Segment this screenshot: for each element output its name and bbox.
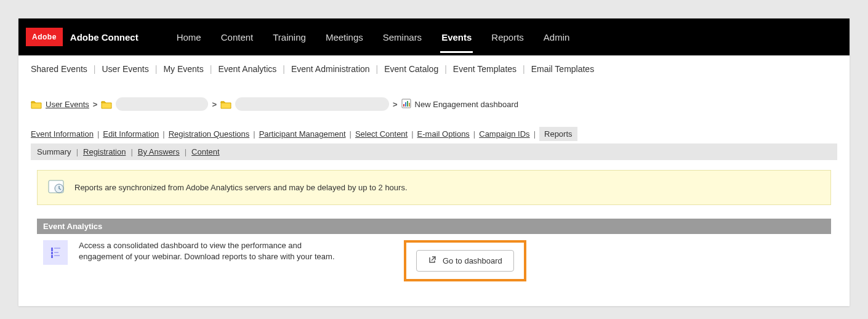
breadcrumb-leaf: New Engagement dashboard (415, 100, 518, 109)
section-description: Access a consolidated dashboard to view … (79, 240, 344, 262)
svg-rect-12 (54, 255, 60, 256)
svg-rect-8 (51, 252, 53, 254)
cta-highlight: Go to dashboard (404, 240, 526, 281)
topnav-home[interactable]: Home (175, 21, 203, 53)
tab-participant-management[interactable]: Participant Management (259, 129, 346, 139)
product-name: Adobe Connect (70, 32, 139, 42)
separator: | (97, 129, 99, 139)
separator: | (523, 64, 525, 74)
breadcrumb-folder-redacted[interactable] (116, 97, 208, 111)
svg-rect-7 (51, 248, 53, 251)
detail-tabs: Event Information | Edit Information | R… (31, 127, 837, 143)
subtab-content[interactable]: Content (191, 147, 220, 156)
folder-icon (31, 100, 42, 109)
topnav-reports[interactable]: Reports (490, 21, 525, 53)
dashboard-icon (401, 99, 411, 110)
analytics-icon (43, 240, 68, 265)
chevron-right-icon: > (212, 100, 217, 109)
top-bar: Adobe Adobe Connect Home Content Trainin… (18, 18, 850, 55)
breadcrumb-event-redacted[interactable] (235, 97, 389, 111)
section-title: Event Analytics (37, 219, 831, 234)
content-area: User Events > > > New Engagement dashboa… (18, 83, 850, 306)
notice-text: Reports are synchronized from Adobe Anal… (74, 183, 408, 192)
subnav-email-templates[interactable]: Email Templates (531, 64, 594, 74)
external-link-icon (428, 256, 436, 266)
subnav-my-events[interactable]: My Events (163, 64, 203, 74)
svg-rect-11 (54, 252, 58, 253)
subtab-summary[interactable]: Summary (37, 147, 71, 156)
separator: | (411, 129, 413, 139)
tab-select-content[interactable]: Select Content (355, 129, 408, 139)
subtab-by-answers[interactable]: By Answers (138, 147, 180, 156)
subnav-event-catalog[interactable]: Event Catalog (384, 64, 438, 74)
topnav-training[interactable]: Training (271, 21, 307, 53)
breadcrumb-user-events[interactable]: User Events (46, 100, 89, 109)
separator: | (444, 64, 447, 74)
adobe-logo: Adobe (26, 28, 63, 46)
separator: | (210, 64, 212, 74)
topnav-meetings[interactable]: Meetings (324, 21, 364, 53)
subnav-user-events[interactable]: User Events (102, 64, 148, 74)
subnav-event-administration[interactable]: Event Administration (291, 64, 370, 74)
topnav-admin[interactable]: Admin (542, 21, 571, 53)
section-body: Access a consolidated dashboard to view … (37, 234, 831, 288)
subnav-event-analytics[interactable]: Event Analytics (218, 64, 276, 74)
subnav-event-templates[interactable]: Event Templates (453, 64, 516, 74)
svg-rect-10 (54, 248, 60, 249)
folder-icon (101, 100, 112, 109)
separator: | (253, 129, 255, 139)
top-nav: Home Content Training Meetings Seminars … (175, 21, 571, 53)
svg-rect-4 (409, 103, 410, 107)
separator: | (155, 64, 158, 74)
tab-event-information[interactable]: Event Information (31, 129, 94, 139)
subtab-registration[interactable]: Registration (83, 147, 126, 156)
report-subtabs: Summary | Registration | By Answers | Co… (31, 143, 837, 160)
chevron-right-icon: > (93, 100, 98, 109)
app-window: Adobe Adobe Connect Home Content Trainin… (18, 18, 850, 306)
sub-nav: Shared Events| User Events| My Events| E… (18, 55, 850, 83)
svg-rect-3 (407, 101, 408, 107)
clock-sync-icon (47, 178, 65, 197)
separator: | (131, 147, 132, 156)
go-to-dashboard-button[interactable]: Go to dashboard (416, 250, 514, 272)
separator: | (185, 147, 187, 156)
subnav-shared-events[interactable]: Shared Events (31, 64, 87, 74)
svg-rect-1 (403, 104, 404, 107)
chevron-right-icon: > (393, 100, 398, 109)
svg-rect-9 (51, 255, 53, 258)
sync-notice: Reports are synchronized from Adobe Anal… (37, 170, 831, 205)
separator: | (473, 129, 475, 139)
folder-icon (220, 100, 231, 109)
tab-email-options[interactable]: E-mail Options (417, 129, 470, 139)
separator: | (534, 129, 536, 139)
tab-edit-information[interactable]: Edit Information (103, 129, 159, 139)
breadcrumb: User Events > > > New Engagement dashboa… (31, 86, 837, 127)
tab-campaign-ids[interactable]: Campaign IDs (479, 129, 529, 139)
separator: | (376, 64, 379, 74)
topnav-events[interactable]: Events (440, 21, 473, 53)
tab-registration-questions[interactable]: Registration Questions (169, 129, 250, 139)
separator: | (94, 64, 96, 74)
cta-label: Go to dashboard (443, 256, 502, 265)
separator: | (350, 129, 352, 139)
svg-rect-2 (405, 102, 406, 107)
separator: | (283, 64, 285, 74)
topnav-seminars[interactable]: Seminars (382, 21, 423, 53)
topnav-content[interactable]: Content (220, 21, 255, 53)
tab-reports[interactable]: Reports (539, 127, 577, 141)
separator: | (76, 147, 78, 156)
separator: | (163, 129, 164, 139)
